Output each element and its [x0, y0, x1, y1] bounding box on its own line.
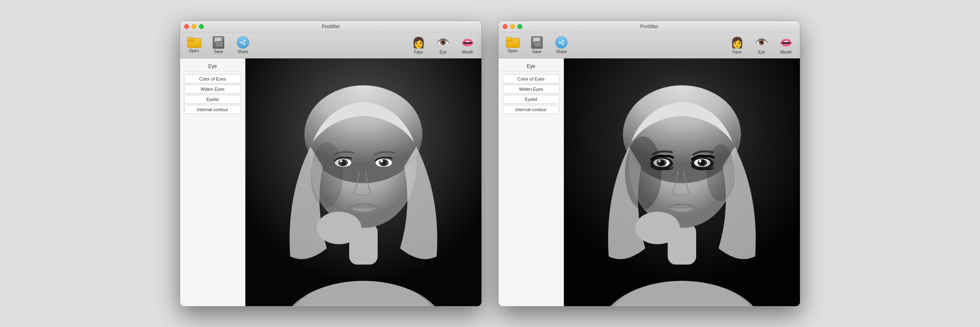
eye-label-2: Eye	[758, 50, 765, 54]
face-label-1: Face	[414, 50, 423, 54]
open-button-2[interactable]: Open	[503, 37, 521, 53]
mouth-button-1[interactable]: 👄 Mouth	[459, 36, 477, 54]
eye-button-1[interactable]: 👁️ Eye	[434, 36, 452, 54]
window-title-2: Prettifier	[640, 24, 659, 29]
maximize-button-1[interactable]	[199, 24, 204, 29]
toolbar-2: Open Save Share	[499, 32, 800, 58]
svg-point-42	[635, 212, 680, 244]
sidebar-1: Eye Color of Eyes Widen Eyes Eyelid Inte…	[180, 58, 245, 306]
sidebar-section-title-2: Eye	[499, 62, 564, 72]
toolbar-right-2: 👩 Face 👁️ Eye 👄 Mouth	[728, 36, 795, 54]
content-area-1: Eye Color of Eyes Widen Eyes Eyelid Inte…	[180, 58, 481, 306]
share-button-1[interactable]: Share	[234, 36, 252, 54]
open-label-1: Open	[189, 49, 199, 53]
svg-point-20	[310, 142, 343, 207]
mouth-label-2: Mouth	[780, 50, 792, 54]
face-button-1[interactable]: 👩 Face	[410, 36, 428, 54]
content-area-2: Eye Color of Eyes Widen Eyes Eyelid Inte…	[499, 58, 800, 306]
svg-point-18	[381, 160, 383, 162]
portrait-1	[245, 58, 481, 306]
window-2: Prettifier Open Save	[498, 20, 800, 307]
save-icon-1	[213, 36, 224, 49]
eye-icon-1: 👁️	[437, 36, 450, 49]
sidebar-item-internal-contour-1[interactable]: Internal contour	[184, 105, 241, 114]
sidebar-item-widen-eyes-1[interactable]: Widen Eyes	[184, 85, 241, 94]
share-button-2[interactable]: Share	[552, 36, 570, 54]
portrait-svg-2	[564, 58, 800, 306]
title-bar-1: Prettifier	[180, 21, 481, 32]
toolbar-1: Open Save Share	[180, 32, 481, 58]
eye-button-2[interactable]: 👁️ Eye	[753, 36, 771, 54]
open-label-2: Open	[508, 49, 517, 53]
sidebar-item-color-of-eyes-1[interactable]: Color of Eyes	[184, 74, 241, 83]
face-icon-2: 👩	[731, 36, 744, 49]
title-bar-2: Prettifier	[499, 21, 800, 32]
svg-line-3	[241, 41, 245, 43]
sidebar-item-widen-eyes-2[interactable]: Widen Eyes	[503, 85, 559, 94]
svg-point-44	[706, 144, 735, 202]
close-button-1[interactable]	[184, 24, 189, 29]
share-label-2: Share	[556, 49, 567, 54]
face-button-2[interactable]: 👩 Face	[728, 36, 746, 54]
sidebar-item-color-of-eyes-2[interactable]: Color of Eyes	[503, 74, 559, 83]
toolbar-left-2: Open Save Share	[503, 36, 728, 54]
sidebar-item-internal-contour-2[interactable]: Internal contour	[503, 105, 559, 114]
svg-point-19	[316, 212, 361, 244]
share-label-1: Share	[238, 49, 249, 54]
main-content-2	[564, 58, 800, 306]
mouth-button-2[interactable]: 👄 Mouth	[777, 36, 795, 54]
face-label-2: Face	[733, 50, 742, 54]
save-label-1: Save	[214, 49, 223, 54]
save-button-2[interactable]: Save	[528, 36, 546, 54]
svg-line-25	[560, 43, 563, 44]
window-title-1: Prettifier	[322, 24, 340, 29]
toolbar-right-1: 👩 Face 👁️ Eye 👄 Mouth	[410, 36, 477, 54]
window-1: Prettifier Open Save	[180, 20, 482, 307]
folder-icon-1	[187, 37, 200, 48]
save-icon-2	[531, 36, 543, 49]
svg-line-4	[241, 43, 245, 44]
sidebar-2: Eye Color of Eyes Widen Eyes Eyelid Inte…	[499, 58, 564, 306]
eye-label-1: Eye	[439, 50, 446, 54]
maximize-button-2[interactable]	[517, 24, 522, 29]
share-icon-2	[555, 36, 568, 49]
mouth-label-1: Mouth	[462, 50, 473, 54]
svg-point-41	[699, 160, 702, 162]
svg-line-24	[560, 41, 563, 43]
main-content-1	[245, 58, 481, 306]
sidebar-item-eyelid-2[interactable]: Eyelid	[503, 95, 559, 104]
save-label-2: Save	[532, 49, 542, 54]
portrait-2	[564, 58, 800, 306]
open-button-1[interactable]: Open	[185, 37, 203, 53]
traffic-lights-1	[184, 24, 204, 29]
svg-point-43	[625, 136, 662, 209]
portrait-svg-1	[245, 58, 481, 306]
mouth-icon-1: 👄	[461, 36, 474, 49]
toolbar-left-1: Open Save Share	[185, 36, 410, 54]
minimize-button-1[interactable]	[192, 24, 196, 29]
sidebar-item-eyelid-1[interactable]: Eyelid	[184, 95, 241, 104]
face-icon-1: 👩	[412, 36, 425, 49]
share-icon-1	[237, 36, 249, 49]
close-button-2[interactable]	[503, 24, 508, 29]
sidebar-section-title-1: Eye	[180, 62, 245, 72]
save-button-1[interactable]: Save	[209, 36, 227, 54]
mouth-icon-2: 👄	[780, 36, 793, 49]
folder-icon-2	[506, 37, 519, 48]
minimize-button-2[interactable]	[510, 24, 515, 29]
traffic-lights-2	[503, 24, 522, 29]
eye-icon-2: 👁️	[755, 36, 768, 49]
